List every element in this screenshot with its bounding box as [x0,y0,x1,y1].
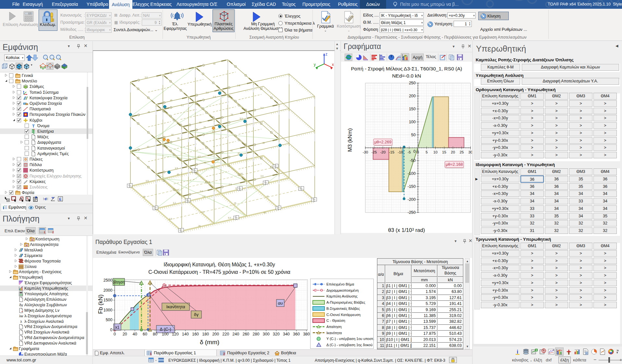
svg-text:μθ=2.269: μθ=2.269 [374,140,392,144]
svg-text:45: 45 [170,99,173,102]
svg-text:z: z [325,52,327,56]
svg-text:N: N [553,349,554,351]
svg-text:3.2: 3.2 [200,190,203,192]
svg-text:Επιλεγμένο Βήμα: Επιλεγμένο Βήμα [326,282,354,286]
svg-text:25: 25 [231,114,233,116]
svg-text:λ: λ [20,320,22,323]
svg-text:25: 25 [460,150,464,154]
svg-text:Καμπύλη Ανάλυσης: Καμπύλη Ανάλυσης [326,294,358,298]
svg-text:2.8: 2.8 [202,195,205,198]
svg-text:4.5: 4.5 [169,218,172,220]
svg-text:Απαίτηση: Απαίτηση [326,325,342,329]
svg-text:-200: -200 [408,197,416,202]
svg-text:d: d [44,197,46,201]
svg-text:40: 40 [177,173,179,176]
svg-text:2.8: 2.8 [213,96,216,98]
svg-text:30: 30 [143,196,146,198]
svg-text:45: 45 [148,111,150,113]
svg-text:250: 250 [409,81,416,85]
svg-text:-20: -20 [380,150,386,154]
svg-text:20: 20 [451,150,455,154]
svg-text:y: y [314,62,316,67]
svg-text:2.8: 2.8 [237,84,240,87]
svg-text:1: 1 [150,352,152,356]
svg-text:150: 150 [409,107,416,111]
svg-text:30: 30 [238,152,240,154]
svg-text:0: 0 [413,149,416,154]
svg-text:100: 100 [409,120,416,124]
svg-text:-250: -250 [408,210,416,215]
svg-text:5.0: 5.0 [212,130,215,133]
svg-text:3.2: 3.2 [201,211,204,213]
svg-text:B: B [26,244,28,246]
svg-text:5.0: 5.0 [261,107,263,109]
svg-text:40: 40 [230,150,233,152]
svg-text:15: 15 [442,150,446,154]
svg-text:123: 123 [28,12,31,15]
svg-text:-5: -5 [408,150,411,154]
svg-text:200: 200 [409,94,416,98]
svg-text:μθ=2.168: μθ=2.168 [446,162,463,167]
svg-text:25: 25 [203,126,206,128]
svg-text:25: 25 [234,202,237,204]
svg-text:10: 10 [433,150,438,154]
svg-text:-10: -10 [398,150,403,154]
svg-text:5.0: 5.0 [228,217,231,219]
svg-text:40: 40 [213,63,216,65]
svg-text:δγ: δγ [19,303,23,307]
svg-text:-15: -15 [389,150,395,154]
svg-text:C-Οιονεί Κατάρρευση: C-Οιονεί Κατάρρευση [326,313,360,317]
svg-text:5.0: 5.0 [240,117,243,120]
svg-text:2: 2 [52,231,54,234]
svg-text:x: x [332,62,334,67]
svg-text:T: T [32,124,35,128]
svg-text:Διγραμμικοποιημένη: Διγραμμικοποιημένη [326,288,359,292]
svg-text:-30: -30 [363,150,368,154]
svg-text:Β-Σημαντικές Βλάβες: Β-Σημαντικές Βλάβες [326,307,360,310]
svg-text:2.8: 2.8 [229,183,232,186]
svg-text:0: 0 [417,150,419,154]
svg-text:Δ (C-) - υπέρβαση 1ης δοκού: Δ (C-) - υπέρβαση 1ης δοκού [326,343,372,347]
svg-text:2: 2 [223,352,225,356]
svg-text:3.6: 3.6 [145,76,148,79]
svg-text:Υ (C-) - υπέρβαση 1ου υποστ.: Υ (C-) - υπέρβαση 1ου υποστ. [326,337,374,341]
svg-text:60: 60 [171,134,174,136]
svg-text:40: 40 [266,195,269,198]
svg-text:-100: -100 [408,171,416,176]
svg-text:-50: -50 [410,158,416,163]
svg-text:3.6: 3.6 [176,189,178,191]
svg-text:-150: -150 [408,184,416,189]
svg-text:1: 1 [44,231,45,234]
svg-text:30: 30 [211,166,214,169]
svg-text:30: 30 [262,142,265,144]
svg-text:50: 50 [411,133,416,137]
svg-text:45: 45 [263,212,266,214]
svg-text:C - Θραύση: C - Θραύση [326,319,345,322]
svg-text:40: 40 [204,162,206,164]
svg-text:E: E [59,197,61,201]
svg-text:Ικανότητα: Ικανότητα [326,331,342,335]
svg-text:60: 60 [199,121,202,124]
svg-text:60: 60 [147,146,150,148]
svg-text:λw: λw [19,314,23,318]
svg-text:25: 25 [198,225,201,227]
svg-text:5: 5 [426,150,428,154]
svg-text:3.6: 3.6 [261,175,263,177]
svg-text:25: 25 [177,137,180,140]
svg-text:30: 30 [469,150,472,154]
svg-text:4.5: 4.5 [175,167,178,169]
svg-text:3.2: 3.2 [206,91,209,94]
svg-text:4.5: 4.5 [146,180,149,182]
svg-text:60: 60 [240,173,243,175]
svg-text:45: 45 [208,181,211,183]
svg-text:B: B [31,239,33,241]
svg-text:3.2: 3.2 [181,104,184,106]
svg-text:Α-Περιορισμένες Βλάβες: Α-Περιορισμένες Βλάβες [326,300,365,304]
svg-text:i: i [517,349,518,355]
svg-text:4.5: 4.5 [198,155,201,158]
svg-text:4.5: 4.5 [181,68,184,71]
svg-text:-25: -25 [372,150,377,154]
svg-text:3.2: 3.2 [173,202,176,204]
